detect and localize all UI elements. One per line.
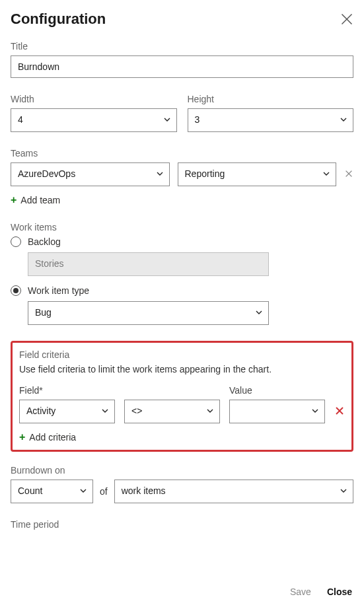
backlog-radio[interactable] xyxy=(11,236,21,247)
field-select[interactable]: Activity xyxy=(19,400,115,423)
add-criteria-button[interactable]: + Add criteria xyxy=(19,431,76,443)
chevron-down-icon xyxy=(163,115,171,125)
work-item-type-select[interactable]: Bug xyxy=(28,301,269,325)
chevron-down-icon xyxy=(340,486,347,497)
height-value: 3 xyxy=(195,114,200,125)
time-period-label: Time period xyxy=(11,519,353,530)
page-title: Configuration xyxy=(11,11,106,28)
team-2-value: Reporting xyxy=(185,168,225,179)
work-item-type-value: Bug xyxy=(35,307,52,318)
operator-select[interactable]: <> xyxy=(124,400,220,423)
close-icon[interactable] xyxy=(340,13,353,26)
backlog-radio-label: Backlog xyxy=(28,236,61,247)
field-criteria-label: Field criteria xyxy=(19,349,345,360)
width-label: Width xyxy=(11,94,177,104)
team-select-2[interactable]: Reporting xyxy=(178,162,337,186)
width-select[interactable]: 4 xyxy=(11,108,177,132)
backlog-value: Stories xyxy=(35,258,64,269)
field-criteria-desc: Use field criteria to limit the work ite… xyxy=(19,364,345,374)
chevron-down-icon xyxy=(101,406,109,417)
work-item-type-radio-label: Work item type xyxy=(28,285,89,296)
operator-column-label xyxy=(124,385,220,396)
height-label: Height xyxy=(188,94,354,104)
teams-label: Teams xyxy=(11,148,353,159)
value-select[interactable] xyxy=(229,400,325,423)
of-text: of xyxy=(100,486,108,497)
team-1-value: AzureDevOps xyxy=(18,168,75,179)
chevron-down-icon xyxy=(79,486,87,497)
chevron-down-icon xyxy=(156,169,164,180)
work-item-type-radio[interactable] xyxy=(11,285,21,296)
burndown-count-value: Count xyxy=(18,485,42,496)
chevron-down-icon xyxy=(340,115,347,125)
burndown-count-select[interactable]: Count xyxy=(11,480,93,503)
chevron-down-icon xyxy=(255,308,263,318)
chevron-down-icon xyxy=(322,169,330,180)
title-label: Title xyxy=(11,41,353,52)
close-button[interactable]: Close xyxy=(327,587,352,597)
field-value: Activity xyxy=(26,406,55,416)
title-input[interactable] xyxy=(11,55,353,78)
add-team-label: Add team xyxy=(20,195,60,205)
team-select-1[interactable]: AzureDevOps xyxy=(11,162,170,186)
field-column-label: Field* xyxy=(19,385,115,396)
burndown-items-select[interactable]: work items xyxy=(114,480,353,503)
work-items-label: Work items xyxy=(11,222,353,232)
add-team-button[interactable]: + Add team xyxy=(11,194,60,206)
chevron-down-icon xyxy=(311,406,319,417)
backlog-select: Stories xyxy=(28,252,269,276)
operator-value: <> xyxy=(131,406,142,416)
height-select[interactable]: 3 xyxy=(188,108,354,132)
remove-criteria-icon[interactable] xyxy=(334,406,345,423)
chevron-down-icon xyxy=(206,406,214,417)
plus-icon: + xyxy=(19,431,25,443)
burndown-items-value: work items xyxy=(122,485,166,496)
width-value: 4 xyxy=(18,114,23,125)
plus-icon: + xyxy=(11,194,17,206)
save-button[interactable]: Save xyxy=(290,587,311,597)
value-column-label: Value xyxy=(229,385,325,396)
remove-team-icon[interactable] xyxy=(344,169,353,180)
add-criteria-label: Add criteria xyxy=(29,432,76,443)
burndown-on-label: Burndown on xyxy=(11,465,353,476)
field-criteria-highlight: Field criteria Use field criteria to lim… xyxy=(11,341,353,452)
